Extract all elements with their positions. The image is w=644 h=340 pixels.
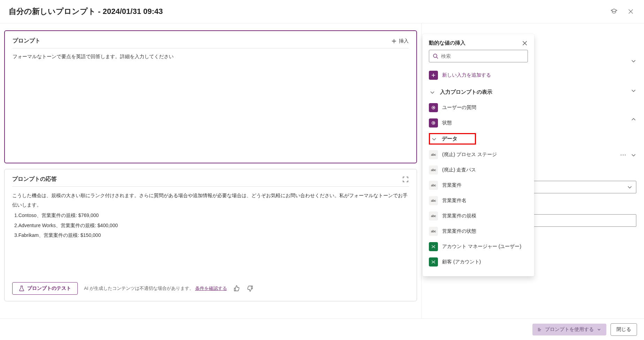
chevron-down-icon[interactable] xyxy=(631,152,636,158)
right-select-2[interactable] xyxy=(533,214,636,227)
dynamic-item-label: (廃止) プロセス ステージ xyxy=(442,152,497,158)
dynamic-item-label: 営業案件の状態 xyxy=(442,228,476,234)
entity-icon xyxy=(429,257,438,266)
test-prompt-label: プロンプトのテスト xyxy=(27,285,71,292)
more-icon[interactable]: ··· xyxy=(620,152,627,158)
list-item: 1.Contoso、営業案件の規模: $769,000 xyxy=(14,211,409,220)
text-field-icon: abc xyxy=(429,196,438,205)
add-input-button[interactable]: 新しい入力を追加する xyxy=(429,71,528,80)
close-button[interactable]: 閉じる xyxy=(611,323,637,336)
chevron-down-icon xyxy=(631,58,636,64)
flyout-header: 動的な値の挿入 xyxy=(429,40,528,46)
dynamic-item-label: 状態 xyxy=(442,120,452,126)
dynamic-item[interactable]: abc (廃止) プロセス ステージ xyxy=(429,149,528,161)
svg-point-0 xyxy=(433,54,437,57)
chevron-down-icon xyxy=(627,184,632,190)
learn-icon[interactable] xyxy=(611,8,618,15)
section-data-label: データ xyxy=(442,136,457,142)
flyout-close-icon[interactable] xyxy=(522,40,528,46)
dynamic-item[interactable]: abc 営業案件 xyxy=(429,179,528,191)
entity-icon xyxy=(429,242,438,251)
chevron-down-icon xyxy=(597,327,601,332)
text-field-icon: abc xyxy=(429,181,438,190)
close-icon[interactable] xyxy=(627,8,634,15)
dynamic-item[interactable]: 顧客 (アカウント) xyxy=(429,256,528,268)
section-data-header[interactable]: データ xyxy=(429,133,476,145)
plus-icon xyxy=(429,71,438,80)
thumbs-down-icon[interactable] xyxy=(247,285,253,292)
expand-icon[interactable] xyxy=(402,176,409,183)
dynamic-item-label: 営業案件の規模 xyxy=(442,213,476,219)
input-items-list: ユーザーの質問 状態 xyxy=(429,102,528,129)
response-body: こうした機会は、規模の大きい順にランク付けされます。さらに質問がある場合や追加情… xyxy=(12,191,409,275)
header: 自分の新しいプロンプト - 2024/01/31 09:43 xyxy=(0,0,644,23)
page-title: 自分の新しいプロンプト - 2024/01/31 09:43 xyxy=(9,6,163,17)
section-inputs-header[interactable]: 入力プロンプトの表示 xyxy=(429,87,528,98)
search-box[interactable] xyxy=(429,50,528,62)
list-item: 2.Adventure Works、営業案件の規模: $400,000 xyxy=(14,221,409,230)
text-field-icon: abc xyxy=(429,227,438,236)
dynamic-item-label: 営業案件 xyxy=(442,182,462,188)
dynamic-item-label: (廃止) 走査パス xyxy=(442,167,476,173)
response-card: プロンプトの応答 こうした機会は、規模の大きい順にランク付けされます。さらに質問… xyxy=(4,169,417,301)
variable-icon xyxy=(429,103,438,112)
dynamic-item[interactable]: abc 営業案件の状態 xyxy=(429,225,528,237)
dynamic-item-user-question[interactable]: ユーザーの質問 xyxy=(429,102,528,114)
right-section-toggle-2[interactable] xyxy=(631,88,636,93)
dynamic-values-flyout: 動的な値の挿入 新しい入力を追加する 入力プロンプトの表示 ユーザーの質問 xyxy=(423,34,534,276)
text-field-icon: abc xyxy=(429,165,438,175)
header-actions xyxy=(611,8,634,15)
prompt-card: プロンプト 挿入 フォーマルなトーンで要点を英語で回答します。詳細を入力してくだ… xyxy=(4,30,417,163)
chevron-down-icon xyxy=(431,136,437,142)
section-inputs-label: 入力プロンプトの表示 xyxy=(440,89,492,95)
prompt-icon xyxy=(537,327,542,332)
chevron-up-icon xyxy=(631,117,636,122)
data-items-list: abc (廃止) プロセス ステージ abc (廃止) 走査パス abc 営業案… xyxy=(429,149,528,268)
prompt-textarea[interactable]: フォーマルなトーンで要点を英語で回答します。詳細を入力してください xyxy=(13,53,409,156)
search-icon xyxy=(433,53,438,59)
prompt-card-header: プロンプト 挿入 xyxy=(13,37,409,48)
left-column: プロンプト 挿入 フォーマルなトーンで要点を英語で回答します。詳細を入力してくだ… xyxy=(0,23,421,339)
right-item-more: ··· xyxy=(620,152,636,158)
response-list: 1.Contoso、営業案件の規模: $769,000 2.Adventure … xyxy=(12,211,409,240)
dynamic-item-label: 顧客 (アカウント) xyxy=(442,259,481,265)
response-intro: こうした機会は、規模の大きい順にランク付けされます。さらに質問がある場合や追加情… xyxy=(12,193,408,208)
dynamic-item[interactable]: abc (廃止) 走査パス xyxy=(429,164,528,176)
right-select-1[interactable] xyxy=(533,181,636,193)
dynamic-item[interactable]: abc 営業案件名 xyxy=(429,195,528,207)
right-section-toggle-1[interactable] xyxy=(631,58,636,64)
dynamic-item[interactable]: アカウント マネージャー (ユーザー) xyxy=(429,241,528,253)
response-card-header: プロンプトの応答 xyxy=(12,176,409,187)
dynamic-item-label: 営業案件名 xyxy=(442,198,467,204)
dynamic-item-label: アカウント マネージャー (ユーザー) xyxy=(442,244,521,250)
chevron-down-icon xyxy=(631,88,636,93)
insert-button-label: 挿入 xyxy=(399,38,409,44)
prompt-card-title: プロンプト xyxy=(13,37,40,45)
text-field-icon: abc xyxy=(429,211,438,221)
terms-link[interactable]: 条件を確認する xyxy=(195,286,227,291)
flyout-title: 動的な値の挿入 xyxy=(429,40,465,46)
variable-icon xyxy=(429,118,438,128)
dynamic-item[interactable]: abc 営業案件の規模 xyxy=(429,210,528,222)
dynamic-item-label: ユーザーの質問 xyxy=(442,105,476,111)
list-item: 3.Fabrikam、営業案件の規模: $150,000 xyxy=(14,231,409,240)
dynamic-item-state[interactable]: 状態 xyxy=(429,117,528,129)
ai-disclaimer: AI が生成したコンテンツは不適切な場合があります。 条件を確認する xyxy=(84,285,227,292)
main: プロンプト 挿入 フォーマルなトーンで要点を英語で回答します。詳細を入力してくだ… xyxy=(0,23,644,339)
thumbs-up-icon[interactable] xyxy=(233,285,240,292)
search-input[interactable] xyxy=(441,53,524,59)
add-input-label: 新しい入力を追加する xyxy=(442,72,491,78)
text-field-icon: abc xyxy=(429,150,438,159)
use-prompt-button[interactable]: プロンプトを使用する xyxy=(532,324,606,335)
response-footer: プロンプトのテスト AI が生成したコンテンツは不適切な場合があります。 条件を… xyxy=(12,282,409,295)
response-card-title: プロンプトの応答 xyxy=(12,176,57,183)
test-prompt-button[interactable]: プロンプトのテスト xyxy=(12,282,78,295)
right-section-toggle-3[interactable] xyxy=(631,117,636,122)
footer: プロンプトを使用する 閉じる xyxy=(0,318,644,340)
use-prompt-label: プロンプトを使用する xyxy=(545,326,594,333)
chevron-down-icon xyxy=(430,90,435,95)
insert-button[interactable]: 挿入 xyxy=(391,38,409,44)
